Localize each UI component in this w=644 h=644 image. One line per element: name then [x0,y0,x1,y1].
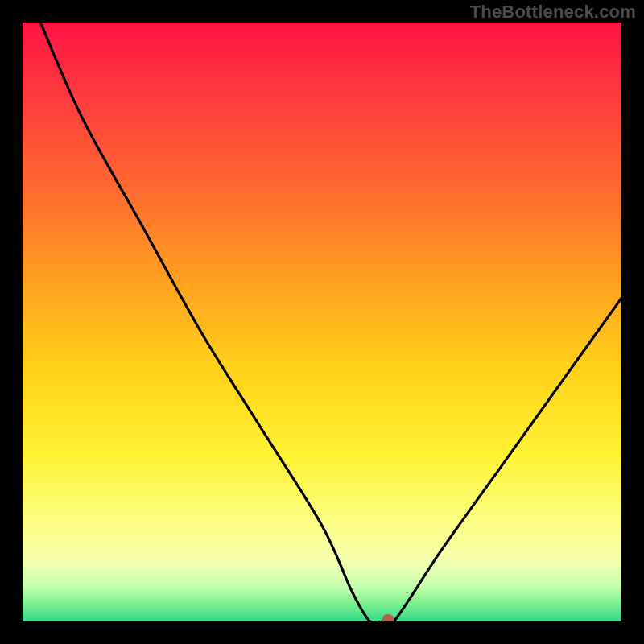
optimal-marker [382,614,394,621]
watermark-text: TheBottleneck.com [470,2,636,23]
plot-area [23,23,621,621]
bottleneck-curve [23,23,621,621]
curve-path [40,23,621,621]
chart-frame: TheBottleneck.com [0,0,644,644]
